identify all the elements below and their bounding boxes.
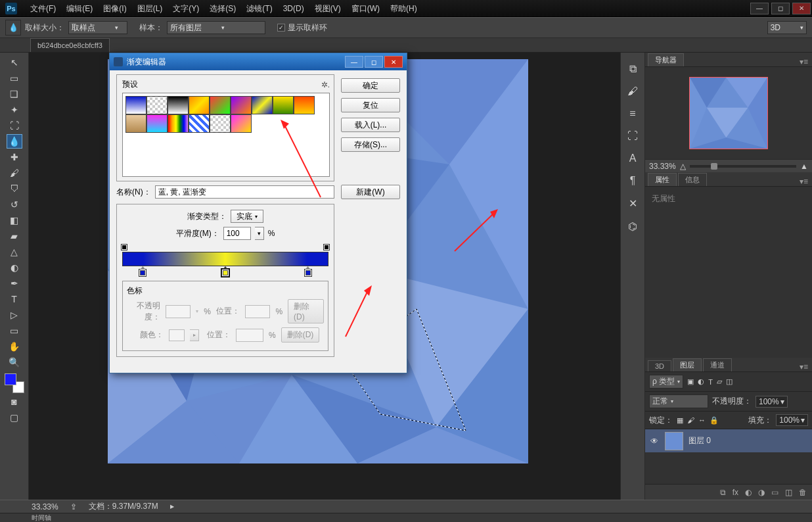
menu-layer[interactable]: 图层(L) xyxy=(132,0,168,17)
smoothness-arrow-icon[interactable]: ▾ xyxy=(255,227,264,240)
gradient-preview[interactable] xyxy=(122,252,328,266)
history-brush-tool[interactable]: ↺ xyxy=(7,197,22,212)
gradient-bar[interactable] xyxy=(122,244,328,277)
zoom-tool[interactable]: 🔍 xyxy=(7,355,22,369)
status-share-icon[interactable]: ⇪ xyxy=(70,502,77,511)
navigator-menu-icon[interactable]: ▾≡ xyxy=(796,57,812,66)
preset-swatch[interactable] xyxy=(147,96,168,114)
workspace-3d-select[interactable]: 3D xyxy=(767,21,807,34)
properties-menu-icon[interactable]: ▾≡ xyxy=(796,177,812,186)
group-icon[interactable]: ▭ xyxy=(771,488,778,497)
visibility-icon[interactable]: 👁 xyxy=(650,437,660,446)
preset-swatch[interactable] xyxy=(252,96,273,114)
new-layer-icon[interactable]: ◫ xyxy=(785,488,792,497)
maximize-button[interactable]: ◻ xyxy=(771,3,790,14)
menu-select[interactable]: 选择(S) xyxy=(204,0,241,17)
lasso-tool[interactable]: ❑ xyxy=(7,87,22,101)
crop-tool[interactable]: ⛶ xyxy=(7,118,22,133)
menu-help[interactable]: 帮助(H) xyxy=(385,0,422,17)
sample-size-select[interactable]: 取样点 xyxy=(68,21,127,34)
color-stop-left[interactable] xyxy=(139,269,147,277)
gradient-tool[interactable]: ▰ xyxy=(7,229,22,243)
filter-shape-icon[interactable]: ▱ xyxy=(717,377,722,386)
name-input[interactable] xyxy=(155,185,334,199)
paragraph-panel-icon[interactable]: ¶ xyxy=(630,175,636,187)
fill-value[interactable]: 100%▾ xyxy=(776,414,808,426)
save-button[interactable]: 存储(S)... xyxy=(341,137,400,152)
tools-panel-icon[interactable]: ✕ xyxy=(629,197,637,210)
preset-swatch[interactable] xyxy=(294,96,315,114)
preset-swatch[interactable] xyxy=(231,96,252,114)
blend-mode-select[interactable]: 正常 xyxy=(649,394,708,408)
status-arrow-icon[interactable]: ▶ xyxy=(170,504,174,510)
lock-position-icon[interactable]: ↔ xyxy=(698,416,706,424)
ok-button[interactable]: 确定 xyxy=(341,78,400,93)
menu-view[interactable]: 视图(V) xyxy=(309,0,346,17)
tab-navigator[interactable]: 导航器 xyxy=(648,53,684,66)
dialog-titlebar[interactable]: 渐变编辑器 — ◻ ✕ xyxy=(110,53,407,70)
lock-transparency-icon[interactable]: ▦ xyxy=(677,416,683,425)
menu-3d[interactable]: 3D(D) xyxy=(278,0,309,17)
zoom-in-icon[interactable]: ▲ xyxy=(800,162,808,171)
type-tool[interactable]: T xyxy=(7,292,22,306)
menu-window[interactable]: 窗口(W) xyxy=(346,0,385,17)
dialog-close-button[interactable]: ✕ xyxy=(384,56,403,68)
layers-menu-icon[interactable]: ▾≡ xyxy=(796,362,812,371)
dialog-maximize-button[interactable]: ◻ xyxy=(365,56,383,68)
menu-image[interactable]: 图像(I) xyxy=(98,0,131,17)
timeline-bar[interactable]: 时间轴 xyxy=(0,513,812,522)
foreground-swatch[interactable] xyxy=(5,373,16,385)
tab-channels[interactable]: 通道 xyxy=(703,358,732,371)
color-stop-mid[interactable] xyxy=(221,269,229,277)
eyedropper-tool[interactable]: 💧 xyxy=(7,134,22,149)
filter-image-icon[interactable]: ▣ xyxy=(687,377,694,386)
clone-source-icon[interactable]: ⛶ xyxy=(627,130,638,142)
link-layers-icon[interactable]: ⧉ xyxy=(720,488,726,497)
blur-tool[interactable]: △ xyxy=(7,245,22,259)
dodge-tool[interactable]: ◐ xyxy=(7,260,22,275)
fx-icon[interactable]: fx xyxy=(733,488,738,497)
preset-swatch[interactable] xyxy=(210,114,231,133)
status-zoom[interactable]: 33.33% xyxy=(32,502,58,511)
character-panel-icon[interactable]: A xyxy=(629,153,637,164)
trash-icon[interactable]: 🗑 xyxy=(799,488,807,497)
menu-filter[interactable]: 滤镜(T) xyxy=(241,0,277,17)
preset-swatch[interactable] xyxy=(273,96,294,114)
preset-swatch[interactable] xyxy=(210,96,231,114)
presets-grid[interactable] xyxy=(122,93,330,177)
stamp-tool[interactable]: ⛉ xyxy=(7,181,22,196)
layer-thumbnail[interactable] xyxy=(665,432,683,450)
zoom-out-icon[interactable]: △ xyxy=(680,162,686,171)
healing-tool[interactable]: ✚ xyxy=(7,150,22,164)
menu-edit[interactable]: 编辑(E) xyxy=(61,0,98,17)
layer-kind-filter[interactable]: ρ 类型 xyxy=(649,375,683,389)
adjustment-icon[interactable]: ◑ xyxy=(758,488,765,497)
preset-swatch[interactable] xyxy=(189,114,210,133)
preset-swatch[interactable] xyxy=(168,114,189,133)
eraser-tool[interactable]: ◧ xyxy=(7,213,22,227)
gradient-type-select[interactable]: 实底 xyxy=(231,210,263,223)
history-panel-icon[interactable]: ⧉ xyxy=(629,63,637,75)
opacity-value[interactable]: 100%▾ xyxy=(756,396,788,408)
show-ring-checkbox[interactable]: ✓显示取样环 xyxy=(277,22,327,34)
load-button[interactable]: 载入(L)... xyxy=(341,118,400,132)
navigator-zoom-slider[interactable] xyxy=(690,165,796,168)
minimize-button[interactable]: — xyxy=(750,3,769,14)
cloud-panel-icon[interactable]: ⌬ xyxy=(628,220,637,233)
tab-properties[interactable]: 属性 xyxy=(648,173,677,186)
menu-type[interactable]: 文字(Y) xyxy=(168,0,204,17)
new-button[interactable]: 新建(W) xyxy=(341,185,400,199)
sample-layers-select[interactable]: 所有图层 xyxy=(167,21,265,34)
preset-swatch[interactable] xyxy=(231,114,252,133)
brush-tool[interactable]: 🖌 xyxy=(7,166,22,180)
filter-type-icon[interactable]: T xyxy=(708,378,713,386)
layer-row[interactable]: 👁 图层 0 xyxy=(645,429,812,453)
color-stop-right[interactable] xyxy=(304,269,312,277)
status-doc-size[interactable]: 文档：9.37M/9.37M xyxy=(89,501,158,512)
tab-info[interactable]: 信息 xyxy=(678,173,707,186)
preset-swatch[interactable] xyxy=(125,96,147,114)
preset-swatch[interactable] xyxy=(168,96,189,114)
mask-icon[interactable]: ◐ xyxy=(745,488,752,497)
tool-preset-icon[interactable]: 💧 xyxy=(5,20,21,36)
brush-presets-icon[interactable]: ≡ xyxy=(629,108,635,120)
